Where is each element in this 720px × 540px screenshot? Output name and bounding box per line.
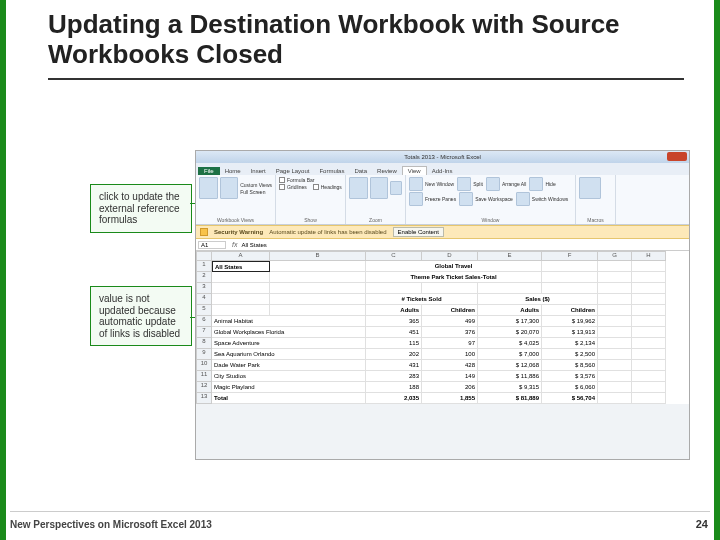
cell[interactable]: $ 2,500 xyxy=(542,349,598,360)
cell[interactable]: Children xyxy=(542,305,598,316)
cell[interactable] xyxy=(632,393,666,404)
cell-name[interactable]: Global Workplaces Florida xyxy=(212,327,366,338)
cell[interactable]: 97 xyxy=(422,338,478,349)
cell[interactable]: 283 xyxy=(366,371,422,382)
cell[interactable]: 149 xyxy=(422,371,478,382)
switch-windows-icon[interactable] xyxy=(516,192,530,206)
cell[interactable]: 365 xyxy=(366,316,422,327)
cell[interactable]: 376 xyxy=(422,327,478,338)
tab-page-layout[interactable]: Page Layout xyxy=(271,167,315,175)
split-label[interactable]: Split xyxy=(473,181,483,187)
page-break-icon[interactable] xyxy=(220,177,239,199)
col-header[interactable]: G xyxy=(598,251,632,261)
cell[interactable] xyxy=(632,294,666,305)
row-header[interactable]: 3 xyxy=(196,283,212,294)
cell[interactable]: 451 xyxy=(366,327,422,338)
save-workspace-icon[interactable] xyxy=(459,192,473,206)
zoom-icon[interactable] xyxy=(349,177,368,199)
cell[interactable]: 1,855 xyxy=(422,393,478,404)
new-window-label[interactable]: New Window xyxy=(425,181,454,187)
cell[interactable] xyxy=(598,305,632,316)
cell[interactable]: $ 11,886 xyxy=(478,371,542,382)
cell[interactable] xyxy=(598,371,632,382)
cell[interactable] xyxy=(632,305,666,316)
cell[interactable] xyxy=(598,316,632,327)
new-window-icon[interactable] xyxy=(409,177,423,191)
checkbox-icon[interactable] xyxy=(279,184,285,190)
cell[interactable]: $ 13,913 xyxy=(542,327,598,338)
row-header[interactable]: 7 xyxy=(196,327,212,338)
cell[interactable] xyxy=(212,283,270,294)
cell[interactable] xyxy=(632,327,666,338)
cell[interactable] xyxy=(212,272,270,283)
cell[interactable] xyxy=(270,305,366,316)
row-header[interactable]: 6 xyxy=(196,316,212,327)
row-header[interactable]: 8 xyxy=(196,338,212,349)
cell[interactable]: # Tickets Sold xyxy=(366,294,478,305)
row-header[interactable]: 4 xyxy=(196,294,212,305)
cell[interactable] xyxy=(270,294,366,305)
tab-view[interactable]: View xyxy=(402,166,427,175)
close-icon[interactable] xyxy=(667,152,687,161)
cell[interactable]: $ 56,704 xyxy=(542,393,598,404)
cell[interactable] xyxy=(598,349,632,360)
cell[interactable] xyxy=(632,261,666,272)
cell[interactable] xyxy=(270,283,366,294)
col-header[interactable]: B xyxy=(270,251,366,261)
zoom-selection-icon[interactable] xyxy=(390,181,402,195)
cell[interactable]: $ 2,134 xyxy=(542,338,598,349)
row-header[interactable]: 5 xyxy=(196,305,212,316)
cell[interactable]: 115 xyxy=(366,338,422,349)
row-header[interactable]: 11 xyxy=(196,371,212,382)
col-header[interactable]: F xyxy=(542,251,598,261)
cell[interactable] xyxy=(632,338,666,349)
cell-title[interactable]: Global Travel xyxy=(366,261,542,272)
cell[interactable] xyxy=(598,338,632,349)
col-header[interactable]: C xyxy=(366,251,422,261)
cell-name[interactable]: Magic Playland xyxy=(212,382,366,393)
formula-bar-check[interactable]: Formula Bar xyxy=(287,177,315,183)
cell[interactable]: 188 xyxy=(366,382,422,393)
cell-subtitle[interactable]: Theme Park Ticket Sales-Total xyxy=(366,272,542,283)
freeze-icon[interactable] xyxy=(409,192,423,206)
cell[interactable] xyxy=(542,272,598,283)
cell[interactable] xyxy=(632,382,666,393)
tab-insert[interactable]: Insert xyxy=(246,167,271,175)
cell[interactable] xyxy=(270,261,366,272)
cell[interactable] xyxy=(598,272,632,283)
zoom-100-icon[interactable] xyxy=(370,177,389,199)
cell[interactable] xyxy=(422,283,478,294)
arrange-icon[interactable] xyxy=(486,177,500,191)
cell[interactable]: $ 9,315 xyxy=(478,382,542,393)
cell[interactable]: $ 19,962 xyxy=(542,316,598,327)
cell[interactable]: 202 xyxy=(366,349,422,360)
fx-icon[interactable]: fx xyxy=(232,241,237,248)
cell-a1[interactable]: All States xyxy=(212,261,270,272)
cell[interactable]: $ 12,068 xyxy=(478,360,542,371)
switch-label[interactable]: Switch Windows xyxy=(532,196,568,202)
cell[interactable]: $ 81,889 xyxy=(478,393,542,404)
col-header[interactable]: A xyxy=(212,251,270,261)
name-box[interactable]: A1 xyxy=(198,241,226,249)
tab-home[interactable]: Home xyxy=(220,167,246,175)
cell[interactable]: 2,035 xyxy=(366,393,422,404)
cell[interactable] xyxy=(632,371,666,382)
cell[interactable] xyxy=(212,294,270,305)
tab-addins[interactable]: Add-Ins xyxy=(427,167,458,175)
freeze-label[interactable]: Freeze Panes xyxy=(425,196,456,202)
cell-name[interactable]: Dade Water Park xyxy=(212,360,366,371)
cell[interactable] xyxy=(598,294,632,305)
cell[interactable]: $ 8,560 xyxy=(542,360,598,371)
cell[interactable]: $ 3,576 xyxy=(542,371,598,382)
cell[interactable]: $ 7,000 xyxy=(478,349,542,360)
cell[interactable] xyxy=(598,327,632,338)
checkbox-icon[interactable] xyxy=(313,184,319,190)
col-header[interactable]: H xyxy=(632,251,666,261)
row-header[interactable]: 12 xyxy=(196,382,212,393)
cell[interactable]: Adults xyxy=(478,305,542,316)
cell[interactable]: $ 17,300 xyxy=(478,316,542,327)
arrange-label[interactable]: Arrange All xyxy=(502,181,526,187)
cell-name[interactable]: Space Adventure xyxy=(212,338,366,349)
row-header[interactable]: 10 xyxy=(196,360,212,371)
normal-view-icon[interactable] xyxy=(199,177,218,199)
